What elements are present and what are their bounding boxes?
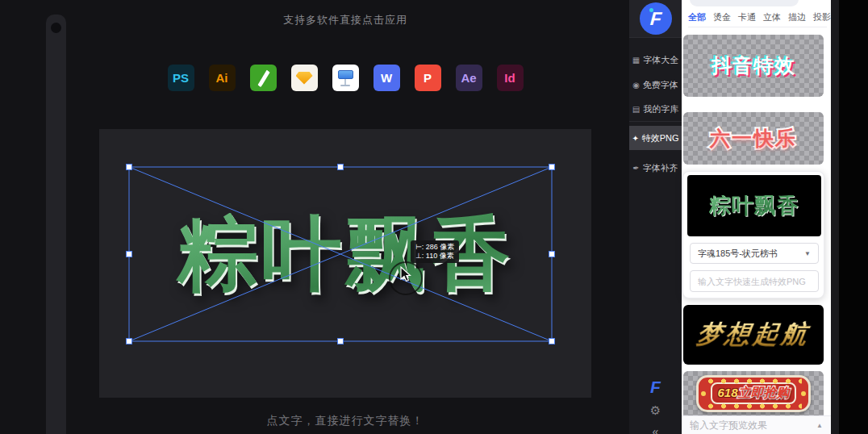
sidebar-item-font-library[interactable]: ▦ 字体大全 [629,48,682,71]
selected-effect-card: 粽叶飘香 字魂185号-状元榜书 ▼ [682,171,824,298]
effect-card-liuyi[interactable]: 六一快乐 [683,112,824,165]
effect-text-input[interactable] [690,270,819,292]
window-edge [831,0,839,434]
illustrator-icon[interactable]: Ai [209,65,236,91]
keynote-base-shape [340,85,350,86]
size-tooltip-height: ⊥: 110 像素 [415,252,454,261]
coreldraw-icon[interactable] [250,65,277,91]
sidebar-item-my-fonts[interactable]: ▤ 我的字库 [629,98,682,120]
keynote-screen-shape [338,70,353,79]
sketch-diamond-shape [296,72,313,85]
sidebar-item-label: 字体大全 [643,54,678,66]
chevron-up-icon[interactable]: ▲ [816,422,823,429]
supported-apps-row: PS Ai W P Ae [99,65,591,91]
tab-cartoon[interactable]: 卡通 [738,11,756,23]
effect-card-douyin[interactable]: 抖音特效 [683,35,824,97]
badge-dot-right [801,391,806,396]
effect-card-618[interactable]: 618 立即抢购 [683,371,824,415]
badge-dots-bottom [705,403,802,409]
effect-card-mengxiang[interactable]: 梦想起航 [683,305,824,365]
effect-card-mengxiang-text: 梦想起航 [695,318,812,352]
effect-card-zongye-text: 粽叶飘香 [709,195,799,217]
handle-mid-left[interactable] [127,252,132,257]
sidebar-item-free-fonts[interactable]: ◉ 免费字体 [629,73,682,96]
sidebar-item-label: 特效PNG [642,132,679,144]
effect-card-618-action: 立即抢购 [738,385,790,402]
sidebar-item-font-completion[interactable]: ✒ 字体补齐 [629,156,682,179]
handle-top-mid[interactable] [338,165,344,170]
tab-3d[interactable]: 立体 [763,11,781,23]
badge-618: 618 立即抢购 [696,375,811,412]
sidebar-item-label: 字体补齐 [643,162,678,174]
indesign-label: Id [504,71,515,85]
desktop-background-strip [831,0,868,434]
mouse-cursor-icon [400,266,411,282]
grid-icon: ▦ [632,56,640,65]
chevron-down-icon: ▼ [804,250,811,257]
indesign-icon[interactable]: Id [497,65,524,91]
stage-area: 支持多软件直接点击应用 PS Ai W P [0,0,629,434]
photoshop-icon[interactable]: PS [168,65,194,91]
word-icon[interactable]: W [373,65,400,91]
sidebar-divider [629,121,682,122]
slider-knob[interactable] [51,23,61,33]
effect-card-liuyi-text: 六一快乐 [710,125,797,152]
coin-icon: ◉ [632,81,640,90]
tab-shadow[interactable]: 投影 [813,11,831,23]
sidebar-item-effect-png[interactable]: ✦ 特效PNG [629,126,682,150]
selection-overlay [99,129,591,398]
logo-area: F [629,0,682,38]
handle-bottom-left[interactable] [127,339,132,344]
app-window: 支持多软件直接点击应用 PS Ai W P [0,0,868,434]
effect-card-douyin-text: 抖音特效 [712,52,795,79]
sketch-icon[interactable] [291,65,318,91]
badge-dots-top [705,378,802,384]
powerpoint-label: P [424,71,432,85]
sidebar-item-label: 我的字库 [643,103,678,115]
size-tooltip: ⊢: 286 像素 ⊥: 110 像素 [411,240,459,263]
word-label: W [381,71,392,85]
ifonts-logo[interactable]: F [640,2,672,35]
tab-all[interactable]: 全部 [688,11,706,23]
handle-mid-right[interactable] [549,252,555,257]
handle-bottom-mid[interactable] [338,339,344,344]
font-select-value: 字魂185号-状元榜书 [698,248,804,260]
left-toolbar-slider[interactable] [46,15,66,434]
preview-input-bar: ▲ [682,415,831,434]
keynote-icon[interactable] [332,65,359,91]
photoshop-label: PS [173,71,189,85]
design-canvas[interactable]: 粽叶飘香 ⊢: 286 [99,129,591,398]
collapse-panel-icon[interactable]: « [629,425,682,434]
magic-wand-icon: ✦ [632,134,638,143]
book-icon: ▤ [632,105,640,114]
badge-inner: 618 立即抢购 [711,382,795,404]
footer-ifonts-mark[interactable]: F [629,378,682,397]
tab-outline[interactable]: 描边 [788,11,806,23]
illustrator-label: Ai [216,71,228,85]
search-input-partial[interactable] [690,0,799,6]
size-tooltip-width: ⊢: 286 像素 [415,243,454,252]
ifonts-logo-dot [649,8,653,12]
pen-icon: ✒ [632,164,639,173]
effects-panel: 全部 烫金 卡通 立体 描边 投影 荧光 抖音特效 六一快乐 粽叶飘香 字魂18… [682,0,831,434]
powerpoint-icon[interactable]: P [415,65,441,91]
handle-top-right[interactable] [549,165,555,170]
settings-gear-icon[interactable]: ⚙ [629,403,682,418]
sidebar-item-label: 免费字体 [643,79,678,91]
effect-card-zongye[interactable]: 粽叶飘香 [687,175,821,236]
sidebar-rail: F ▦ 字体大全 ◉ 免费字体 ▤ 我的字库 ✦ 特效PNG ✒ 字体补齐 F … [629,0,682,434]
handle-top-left[interactable] [127,165,132,170]
effect-card-618-number: 618 [717,386,737,399]
stage-top-caption: 支持多软件直接点击应用 [99,13,591,27]
stage-bottom-caption: 点文字，直接进行文字替换！ [99,414,591,428]
keynote-stem-shape [344,79,346,85]
coreldraw-nib-shape [255,69,272,87]
font-select-dropdown[interactable]: 字魂185号-状元榜书 ▼ [690,243,819,264]
after-effects-label: Ae [461,71,476,85]
badge-dot-left [701,391,706,396]
preview-text-input[interactable] [690,419,816,431]
tab-gilding[interactable]: 烫金 [713,11,731,23]
handle-bottom-right[interactable] [549,339,555,344]
effect-category-tabs: 全部 烫金 卡通 立体 描边 投影 荧光 [688,8,827,27]
after-effects-icon[interactable]: Ae [456,65,482,91]
